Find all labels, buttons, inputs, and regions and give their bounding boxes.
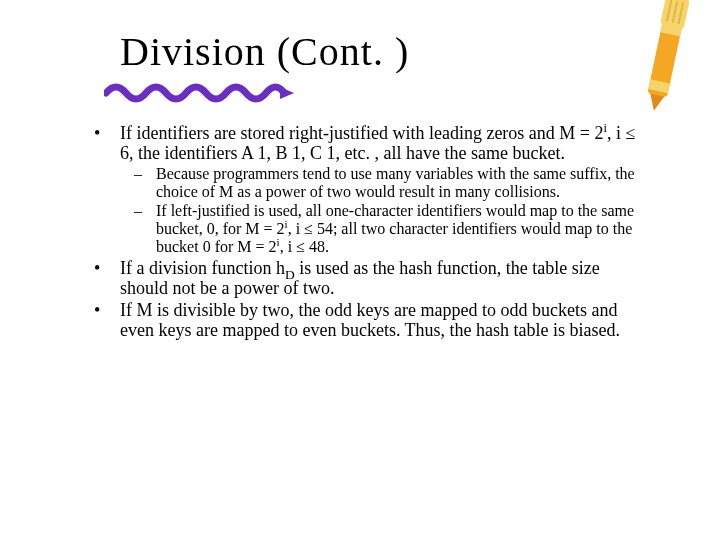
sub-bullet-item: If left-justified is used, all one-chara… — [128, 202, 652, 256]
bullet-text: If a division function hD is used as the… — [120, 258, 600, 298]
slide: Division (Cont. ) If identifiers are sto… — [0, 0, 720, 540]
sub-bullet-text: Because programmers tend to use many var… — [156, 165, 635, 200]
bullet-text: If M is divisible by two, the odd keys a… — [120, 300, 620, 340]
bullet-list: If identifiers are stored right-justifie… — [88, 123, 652, 340]
bullet-text: If identifiers are stored right-justifie… — [120, 123, 635, 163]
bullet-item: If M is divisible by two, the odd keys a… — [88, 300, 652, 340]
sub-bullet-text: If left-justified is used, all one-chara… — [156, 202, 634, 255]
bullet-item: If identifiers are stored right-justifie… — [88, 123, 652, 256]
bullet-item: If a division function hD is used as the… — [88, 258, 652, 298]
slide-title: Division (Cont. ) — [120, 28, 672, 75]
squiggle-underline-icon — [104, 79, 294, 105]
crayon-icon — [636, 0, 696, 114]
sub-bullet-item: Because programmers tend to use many var… — [128, 165, 652, 201]
sub-bullet-list: Because programmers tend to use many var… — [128, 165, 652, 256]
